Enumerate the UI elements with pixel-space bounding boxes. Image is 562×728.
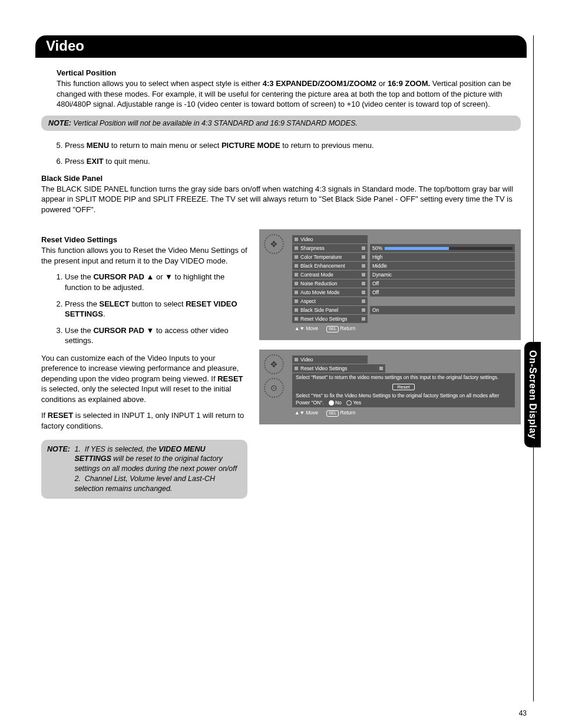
osd-reset-button: Reset (392, 384, 415, 390)
radio-icon (346, 400, 352, 406)
reset-step-1: Use the CURSOR PAD ▲ or ▼ to highlight t… (65, 272, 247, 292)
manual-page: Video Vertical Position This function al… (0, 0, 562, 728)
note-lead: NOTE: (47, 445, 70, 453)
reset-step-2: Press the SELECT button to select RESET … (65, 299, 247, 319)
text-bold: EXIT (87, 157, 104, 166)
radio-selected-icon (329, 400, 334, 406)
vertical-position-para: This function allows you to select when … (41, 78, 521, 110)
page-number: 43 (519, 709, 527, 717)
black-side-panel-heading: Black Side Panel (41, 174, 521, 183)
reset-para-2: You can customize each of the Video Inpu… (41, 353, 247, 405)
step-6: Press EXIT to quit menu. (65, 156, 521, 167)
osd-item-auto-movie: Auto Movie Mode (292, 288, 368, 297)
text-bold: PICTURE MODE (222, 141, 280, 150)
sel-key-icon: SEL (326, 326, 339, 332)
osd-screenshot-1: ✥ Video Sharpness50% Color TemperatureHi… (259, 229, 521, 340)
text: Use the (65, 326, 93, 335)
osd-item-black-enh: Black Enhancement (292, 262, 368, 270)
osd-val: On (370, 306, 515, 314)
side-tab: On-Screen Display (524, 342, 541, 447)
osd-item-sharpness: Sharpness (292, 244, 368, 252)
vertical-position-heading: Vertical Position (41, 68, 521, 77)
osd-val: Off (370, 279, 515, 288)
text: Use the (65, 272, 93, 281)
text: or (376, 79, 388, 88)
reset-heading: Reset Video Settings (41, 235, 247, 244)
text: You can customize each of the Video Inpu… (41, 354, 239, 383)
right-column: ✥ Video Sharpness50% Color TemperatureHi… (259, 229, 521, 433)
remote-select-icon: ⊙ (264, 378, 284, 398)
osd-val: Dynamic (370, 271, 515, 279)
step-5: Press MENU to return to main menu or sel… (65, 140, 521, 151)
osd-item-noise: Noise Reduction (292, 279, 368, 288)
osd-val: Middle (370, 262, 515, 270)
slider-fill (385, 247, 448, 250)
remote-dpad-icon: ✥ (264, 354, 284, 374)
reset-steps: Use the CURSOR PAD ▲ or ▼ to highlight t… (41, 272, 247, 345)
text: If (41, 411, 48, 420)
osd-val: 50% (370, 244, 515, 252)
text: Return (340, 325, 356, 331)
osd-val: High (370, 253, 515, 261)
text: Return (340, 410, 356, 416)
text-bold: RESET (217, 374, 243, 383)
osd-title: Video (292, 235, 368, 243)
reset-para-3: If RESET is selected in INPUT 1, only IN… (41, 410, 247, 431)
osd-val: Off (370, 288, 515, 297)
reset-intro: This function allows you to Reset the Vi… (41, 245, 247, 266)
text-bold: RESET (48, 411, 73, 420)
note-text: Vertical Position will not be available … (71, 119, 358, 127)
text-bold: SELECT (100, 299, 130, 308)
text: Press (65, 141, 87, 150)
osd-footer: ▲▼ Move SEL Return (292, 324, 515, 334)
text: 50% (372, 245, 382, 251)
left-column: Reset Video Settings This function allow… (41, 229, 247, 499)
reset-step-3: Use the CURSOR PAD ▼ to access other vid… (65, 325, 247, 346)
text-bold: 4:3 EXPANDED/ZOOM1/ZOOM2 (263, 79, 376, 88)
note-box-2: NOTE: 1. If YES is selected, the VIDEO M… (41, 440, 247, 499)
radio-no: No (335, 400, 342, 406)
text: Channel List, Volume level and Last-CH s… (74, 475, 215, 493)
text: Press (65, 157, 87, 166)
text: to return to previous menu. (280, 141, 374, 150)
text-bold: MENU (87, 141, 109, 150)
text: to return to main menu or select (109, 141, 222, 150)
note-lead: NOTE: (48, 119, 71, 127)
text-bold: CURSOR PAD (93, 326, 144, 335)
slider-bar (385, 247, 513, 250)
osd-reset-text-1: Select "Reset" to return the video menu … (292, 373, 515, 383)
text: This function allows you to select when … (57, 79, 263, 88)
page-content: Vertical Position This function allows y… (35, 68, 527, 499)
osd-title: Video (292, 355, 368, 364)
text: button to select (130, 299, 186, 308)
text: Select "Yes" to fix the Video Menu Setti… (296, 393, 499, 406)
osd-reset-text-2: Select "Yes" to fix the Video Menu Setti… (292, 391, 515, 408)
text-bold: CURSOR PAD (93, 272, 144, 281)
text-bold: 16:9 ZOOM. (388, 79, 430, 88)
note-bar-1: NOTE: Vertical Position will not be avai… (41, 116, 521, 131)
text: Move (306, 410, 318, 416)
text: . (103, 309, 105, 318)
osd-item-black-side: Black Side Panel (292, 306, 368, 314)
radio-yes: Yes (353, 400, 361, 406)
text: Move (306, 325, 318, 331)
text: If YES is selected, the (85, 445, 159, 453)
steps-5-6: Press MENU to return to main menu or sel… (41, 140, 521, 167)
black-side-panel-text: The BLACK SIDE PANEL function turns the … (41, 184, 521, 215)
text: Press the (65, 299, 100, 308)
section-header: Video (35, 35, 527, 58)
sel-key-icon: SEL (326, 410, 339, 416)
text: to quit menu. (104, 157, 150, 166)
osd-item-reset: Reset Video Settings (292, 315, 368, 323)
osd-item-aspect: Aspect (292, 297, 368, 305)
osd-item-color-temp: Color Temperature (292, 253, 368, 261)
osd-screenshot-2: ✥ ⊙ Video Reset Video Settings Select "R… (259, 350, 521, 424)
text: is selected, only the selected Input wil… (41, 384, 231, 404)
osd-item-contrast: Contrast Mode (292, 271, 368, 279)
osd-footer: ▲▼ Move SEL Return (292, 408, 515, 418)
two-column-layout: Reset Video Settings This function allow… (41, 229, 521, 499)
osd-item-reset-settings: Reset Video Settings (292, 364, 385, 373)
